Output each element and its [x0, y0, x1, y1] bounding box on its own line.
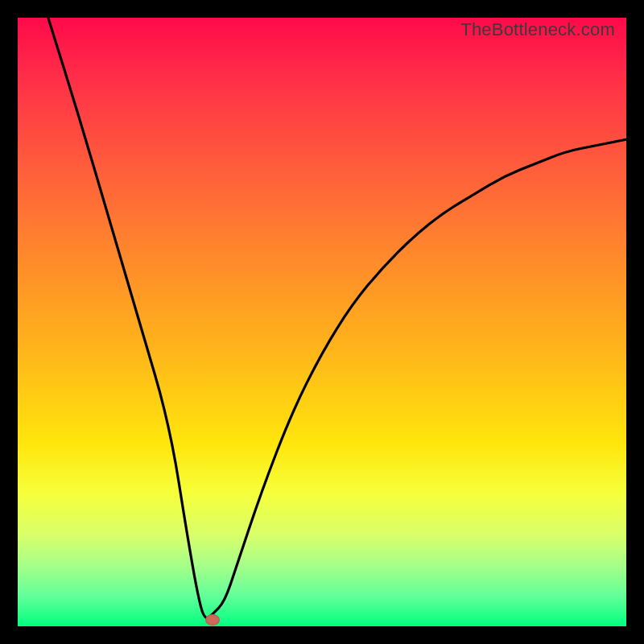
bottleneck-curve — [18, 18, 626, 626]
chart-frame: TheBottleneck.com — [0, 0, 644, 644]
plot-area: TheBottleneck.com — [18, 18, 626, 626]
